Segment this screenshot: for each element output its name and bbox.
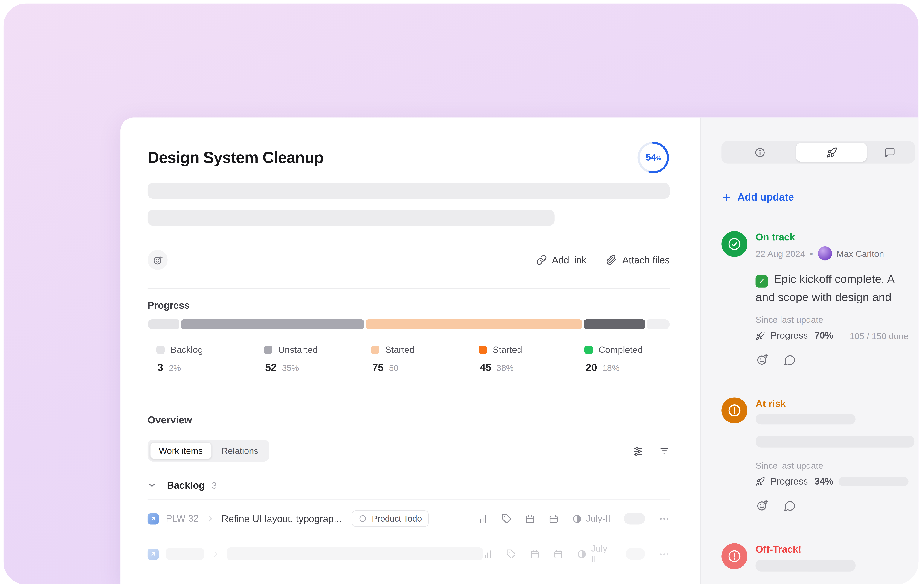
work-item-type-icon <box>148 548 159 560</box>
progress-label: Progress <box>770 330 808 341</box>
add-update-label: Add update <box>737 191 794 203</box>
cycle-name: July-II <box>591 543 612 564</box>
update-status-label: At risk <box>756 397 909 409</box>
cycle-name: July-II <box>586 513 610 524</box>
add-reaction-button[interactable] <box>148 250 168 270</box>
work-item-row[interactable]: PLW 32 Refine UI layout, typograp... Pro… <box>148 507 670 530</box>
progress-percent: 54 <box>646 152 656 163</box>
legend-count: 45 <box>480 362 491 374</box>
desktop-background: Design System Cleanup 54 % <box>3 3 919 585</box>
divider <box>148 403 670 403</box>
attach-files-label: Attach files <box>622 254 670 265</box>
work-item-properties: July-II <box>478 513 670 524</box>
rocket-icon <box>756 331 765 340</box>
info-icon <box>754 147 765 158</box>
progress-segment-completed <box>584 319 645 329</box>
author-avatar <box>817 247 832 260</box>
more-menu-icon[interactable] <box>659 513 670 524</box>
label-tag-icon[interactable] <box>502 513 511 523</box>
tab-info[interactable] <box>723 143 796 162</box>
chevron-down-icon[interactable] <box>148 481 156 490</box>
rocket-icon <box>826 147 837 158</box>
filter-icon[interactable] <box>659 446 670 456</box>
add-reaction-icon[interactable] <box>756 353 769 366</box>
state-badge[interactable]: Product Todo <box>352 510 429 527</box>
progress-ring: 54 % <box>637 141 670 174</box>
meta-separator: • <box>810 248 813 258</box>
legend-label: Backlog <box>170 345 203 355</box>
update-skeleton-line <box>756 414 856 425</box>
at-risk-status-icon <box>721 397 747 423</box>
rocket-icon <box>756 477 765 486</box>
update-message-line1: Epic kickoff complete. A <box>774 272 895 285</box>
chevron-right-icon[interactable] <box>206 515 214 523</box>
progress-segment-backlog <box>148 319 180 329</box>
work-item-title-skeleton <box>227 547 483 560</box>
progress-ring-label: 54 % <box>637 141 670 174</box>
legend-label: Completed <box>598 345 642 355</box>
cycle-chip[interactable]: July-II <box>572 513 610 524</box>
legend-item-backlog: Backlog 32% <box>156 345 203 374</box>
cycle-chip: July-II <box>577 543 612 564</box>
legend-item-completed: Completed 2018% <box>584 345 642 374</box>
update-reactions <box>756 353 909 366</box>
tab-work-items[interactable]: Work items <box>150 442 211 459</box>
smiley-plus-icon <box>152 254 163 265</box>
group-header-backlog[interactable]: Backlog 3 <box>148 480 670 500</box>
legend-swatch-unstarted <box>264 346 272 354</box>
epic-actions-row: Add link Attach files <box>148 250 670 270</box>
update-off-track: Off-Track! <box>721 543 919 572</box>
cycle-half-circle-icon <box>577 549 587 559</box>
work-item-title[interactable]: Refine UI layout, typograp... <box>222 513 342 524</box>
legend-item-unstarted: Unstarted 5235% <box>264 345 318 374</box>
update-content: On track 22 Aug 2024 • Max Carlton ✓Epic… <box>756 231 909 366</box>
start-date-calendar-icon[interactable] <box>525 513 535 523</box>
progress-percent-sign: % <box>656 155 661 161</box>
assignee-skeleton[interactable] <box>624 513 645 524</box>
overview-heading: Overview <box>148 415 670 426</box>
due-date-calendar-icon[interactable] <box>548 513 558 523</box>
group-count: 3 <box>212 480 217 491</box>
add-link-button[interactable]: Add link <box>536 254 586 265</box>
overview-filter-icons <box>633 446 670 456</box>
update-date: 22 Aug 2024 <box>756 248 805 258</box>
add-link-label: Add link <box>552 254 586 265</box>
progress-skeleton <box>839 477 909 486</box>
add-reaction-icon[interactable] <box>756 498 769 512</box>
tab-relations[interactable]: Relations <box>213 442 267 459</box>
progress-section-heading: Progress <box>148 300 670 311</box>
more-menu-icon <box>659 548 670 560</box>
progress-value: 70% <box>814 330 833 341</box>
progress-segment-track <box>647 319 670 329</box>
divider <box>148 288 670 289</box>
state-circle-icon <box>359 514 367 523</box>
tab-updates[interactable] <box>796 143 866 162</box>
attach-files-button[interactable]: Attach files <box>606 254 670 265</box>
add-update-button[interactable]: Add update <box>721 191 794 203</box>
work-item-id: PLW 32 <box>166 513 198 524</box>
tab-comments[interactable] <box>867 143 913 162</box>
description-skeleton-line <box>148 183 670 199</box>
update-reactions <box>756 498 909 512</box>
update-message: ✓Epic kickoff complete. A and scope with… <box>756 270 909 306</box>
done-count-label: 105 / 150 done <box>850 331 909 341</box>
bar-chart-icon[interactable] <box>478 513 488 523</box>
comment-bubble-icon[interactable] <box>783 353 796 366</box>
legend-item-started: Started 7550 <box>371 345 415 374</box>
update-status-label: Off-Track! <box>756 543 909 555</box>
update-at-risk: At risk Since last update <box>721 397 919 512</box>
cycle-half-circle-icon <box>572 513 582 523</box>
work-item-type-icon[interactable] <box>148 513 159 524</box>
plus-icon <box>721 192 732 203</box>
update-skeleton-line <box>756 436 914 448</box>
overview-tabs: Work items Relations <box>148 440 270 462</box>
display-settings-icon[interactable] <box>633 446 643 456</box>
legend-percent: 2% <box>168 363 181 373</box>
work-item-properties: July-II <box>483 543 670 564</box>
comment-bubble-icon[interactable] <box>783 499 796 512</box>
work-item-row-skeleton[interactable]: July-II <box>148 543 670 565</box>
legend-percent: 18% <box>602 363 620 373</box>
link-icon <box>536 255 547 265</box>
legend-count: 3 <box>157 362 163 374</box>
app-window: Design System Cleanup 54 % <box>121 118 919 585</box>
